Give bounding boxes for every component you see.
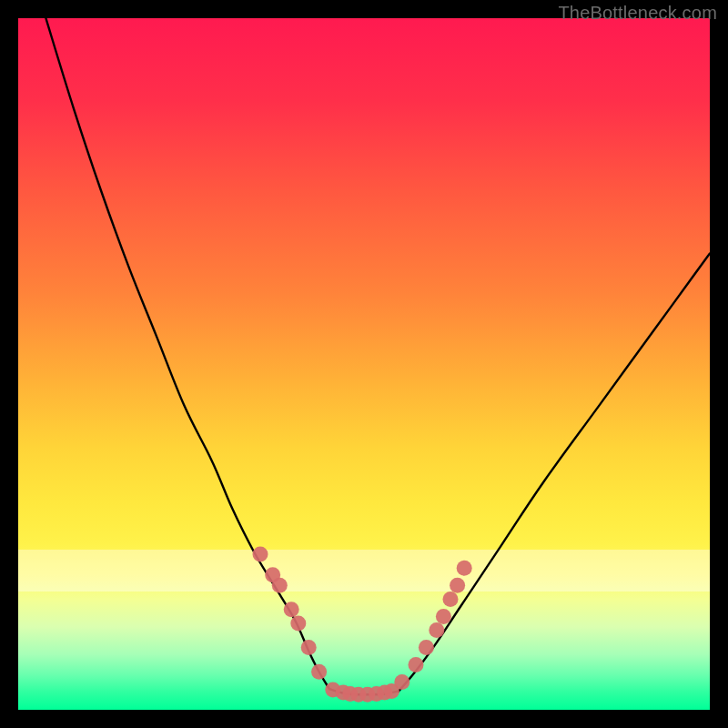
chart-stage: TheBottleneck.com: [0, 0, 728, 728]
marker-left-dots-6: [311, 664, 327, 680]
marker-right-dots-4: [436, 609, 451, 624]
marker-left-dots-0: [253, 547, 268, 562]
watermark-label: TheBottleneck.com: [558, 3, 717, 24]
marker-right-dots-6: [450, 578, 465, 593]
marker-left-dots-2: [272, 578, 288, 593]
marker-right-dots-7: [457, 561, 472, 576]
marker-right-dots-0: [394, 674, 410, 690]
curves-svg: [18, 18, 710, 710]
marker-right-dots-2: [419, 640, 434, 655]
marker-left-dots-3: [284, 602, 299, 617]
series-left-curve: [46, 18, 329, 689]
marker-left-dots-5: [301, 640, 317, 655]
series-right-curve: [399, 253, 710, 691]
marker-right-dots-5: [443, 592, 459, 607]
marker-right-dots-3: [429, 622, 444, 638]
marker-right-dots-1: [409, 657, 424, 672]
marker-left-dots-4: [290, 616, 306, 632]
plot-area: [18, 18, 710, 710]
